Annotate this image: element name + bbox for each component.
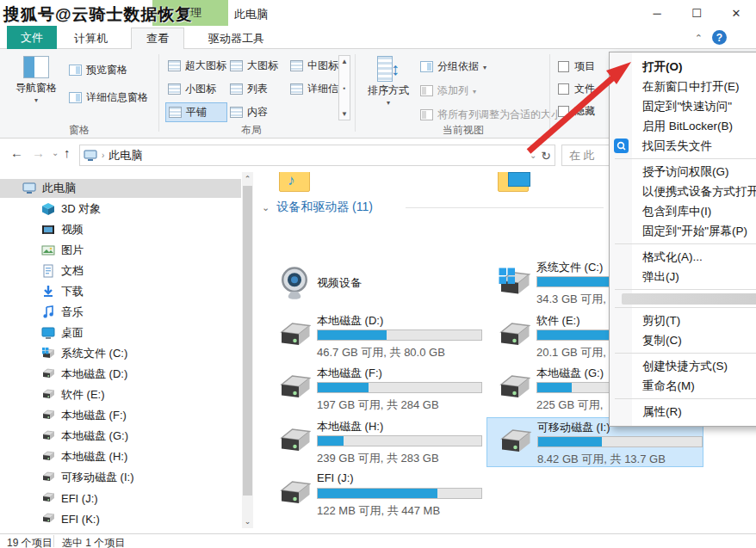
- hidden-items-checkbox[interactable]: 隐藏: [558, 104, 608, 119]
- sidebar-item-2[interactable]: 视频: [0, 220, 241, 239]
- checkbox-icon[interactable]: [558, 83, 569, 95]
- view-option-7[interactable]: 内容: [227, 102, 289, 122]
- recent-locations-icon[interactable]: ⌄: [52, 148, 59, 157]
- breadcrumb[interactable]: 此电脑: [108, 148, 142, 163]
- forward-button[interactable]: →: [32, 145, 45, 160]
- sidebar-item-4[interactable]: 文档: [0, 262, 241, 280]
- sidebar-item-9[interactable]: 本地磁盘 (D:): [0, 365, 241, 384]
- view-option-6[interactable]: 平铺: [165, 102, 227, 122]
- tile-8[interactable]: EFI (J:)122 MB 可用, 共 447 MB: [267, 470, 484, 520]
- view-style-icon: [230, 107, 243, 118]
- menu-item-4[interactable]: 找回丢失文件: [610, 136, 756, 156]
- view-option-4[interactable]: 列表: [227, 79, 289, 99]
- layout-scrollbar[interactable]: ▲ ▪ ▼: [338, 55, 350, 120]
- sidebar-item-3[interactable]: 图片: [0, 241, 241, 260]
- minimize-button[interactable]: ─: [637, 0, 677, 26]
- scroll-thumb-icon[interactable]: ▪: [344, 84, 346, 92]
- devices-and-drives-header[interactable]: ⌄ 设备和驱动器 (11): [262, 200, 373, 215]
- webcam-icon: [276, 266, 313, 300]
- address-dropdown-icon[interactable]: ⌄: [530, 151, 536, 160]
- checkbox-icon[interactable]: [558, 106, 569, 117]
- menu-item-11[interactable]: 格式化(A)...: [610, 247, 756, 267]
- menu-item-17[interactable]: 复制(C): [610, 330, 756, 350]
- sidebar-item-11[interactable]: 本地磁盘 (F:): [0, 406, 241, 425]
- menu-item-12[interactable]: 弹出(J): [610, 267, 756, 286]
- navigation-pane-button[interactable]: 导航窗格 ▾: [9, 56, 64, 104]
- music-folder-icon[interactable]: ♪: [279, 172, 310, 193]
- checkbox-icon[interactable]: [558, 61, 569, 72]
- maximize-button[interactable]: ☐: [677, 0, 716, 26]
- sidebar-item-15[interactable]: EFI (J:): [0, 489, 241, 508]
- sidebar-item-10[interactable]: 软件 (E:): [0, 385, 241, 404]
- scroll-down-icon[interactable]: ▼: [341, 110, 348, 118]
- capacity-caption: 239 GB 可用, 共 283 GB: [317, 451, 439, 466]
- sidebar-item-0[interactable]: 此电脑: [0, 179, 241, 198]
- drive-icon: [495, 372, 533, 406]
- desktop-folder-icon[interactable]: [498, 172, 529, 193]
- menu-item-22[interactable]: 属性(R): [610, 402, 756, 422]
- view-option-0[interactable]: 超大图标: [165, 56, 227, 76]
- file-extensions-checkbox[interactable]: 文件: [558, 82, 608, 96]
- menu-item-9[interactable]: 固定到"开始"屏幕(P): [610, 221, 756, 241]
- tab-file[interactable]: 文件: [7, 26, 57, 49]
- tab-computer[interactable]: 计算机: [60, 28, 121, 49]
- view-option-1[interactable]: 大图标: [227, 56, 289, 76]
- help-icon[interactable]: ?: [712, 30, 727, 45]
- sidebar-item-8[interactable]: 系统文件 (C:): [0, 344, 241, 363]
- sidebar-item-13[interactable]: 本地磁盘 (H:): [0, 447, 241, 466]
- up-button[interactable]: ↑: [64, 145, 71, 160]
- menu-item-0[interactable]: 打开(O): [610, 57, 756, 77]
- tile-2[interactable]: 本地磁盘 (D:)46.7 GB 可用, 共 80.0 GB: [267, 311, 484, 361]
- sidebar-item-12[interactable]: 本地磁盘 (G:): [0, 427, 241, 446]
- sidebar-item-16[interactable]: EFI (K:): [0, 509, 241, 528]
- scroll-up-icon[interactable]: ⌃: [242, 175, 253, 183]
- details-pane-button[interactable]: 详细信息窗格: [69, 90, 148, 105]
- sort-by-button[interactable]: ↕ 排序方式 ▾: [363, 56, 413, 107]
- computer-icon: [84, 149, 97, 163]
- collapse-ribbon-icon[interactable]: ⌃: [695, 33, 703, 44]
- tab-drive-tools[interactable]: 驱动器工具: [195, 28, 278, 49]
- menu-item-16[interactable]: 剪切(T): [610, 311, 756, 330]
- back-button[interactable]: ←: [10, 145, 23, 160]
- menu-item-8[interactable]: 包含到库中(I): [610, 201, 756, 221]
- menu-item-1[interactable]: 在新窗口中打开(E): [610, 77, 756, 96]
- scroll-down-icon[interactable]: ⌄: [242, 517, 253, 526]
- sidebar-item-14[interactable]: 可移动磁盘 (I:): [0, 468, 241, 487]
- sidebar-item-6[interactable]: 音乐: [0, 303, 241, 322]
- menu-item-7[interactable]: 以便携式设备方式打开: [610, 182, 756, 201]
- size-columns-to-fit-button[interactable]: 将所有列调整为合适的大小: [420, 108, 561, 122]
- tab-view[interactable]: 查看: [131, 28, 184, 49]
- scroll-up-icon[interactable]: ▲: [341, 58, 348, 65]
- address-bar[interactable]: › 此电脑 ⌄ ↻: [79, 145, 555, 166]
- scrollbar-thumb[interactable]: [243, 186, 252, 496]
- capacity-caption: 34.3 GB 可用,: [536, 292, 606, 307]
- ribbon-tab-row: 文件计算机查看驱动器工具 ⌃ ?: [0, 26, 756, 49]
- sidebar-item-1[interactable]: 3D 对象: [0, 200, 241, 219]
- tile-0[interactable]: 视频设备: [267, 258, 484, 308]
- item-checkboxes-checkbox[interactable]: 项目: [558, 59, 608, 74]
- capacity-caption: 46.7 GB 可用, 共 80.0 GB: [317, 345, 445, 360]
- tile-4[interactable]: 本地磁盘 (F:)197 GB 可用, 共 284 GB: [267, 364, 484, 414]
- preview-pane-button[interactable]: 预览窗格: [69, 63, 127, 77]
- menu-item-3[interactable]: 启用 BitLocker(B): [610, 116, 756, 136]
- menu-item-20[interactable]: 重命名(M): [610, 376, 756, 396]
- section-rule: [406, 207, 604, 208]
- group-by-button[interactable]: 分组依据 ▾: [420, 59, 486, 74]
- tile-name: 视频设备: [317, 275, 362, 291]
- menu-item-2[interactable]: 固定到"快速访问": [610, 96, 756, 116]
- refresh-icon[interactable]: ↻: [541, 149, 551, 163]
- menu-item-6[interactable]: 授予访问权限(G): [610, 162, 756, 182]
- sidebar-item-7[interactable]: 桌面: [0, 323, 241, 342]
- view-option-3[interactable]: 小图标: [165, 79, 227, 99]
- group-divider: [158, 54, 159, 132]
- group-divider: [549, 54, 550, 132]
- sidebar-scrollbar[interactable]: ⌃ ⌄: [242, 172, 253, 528]
- picture-icon: [41, 243, 55, 257]
- menu-item-19[interactable]: 创建快捷方式(S): [610, 356, 756, 376]
- sidebar-item-5[interactable]: 下载: [0, 282, 241, 301]
- tile-6[interactable]: 本地磁盘 (H:)239 GB 可用, 共 283 GB: [267, 417, 484, 467]
- close-button[interactable]: ✕: [716, 0, 756, 26]
- status-bar: 19 个项目 选中 1 个项目: [0, 533, 756, 548]
- add-columns-button[interactable]: 添加列 ▾: [420, 83, 476, 98]
- drive-icon: [276, 477, 313, 512]
